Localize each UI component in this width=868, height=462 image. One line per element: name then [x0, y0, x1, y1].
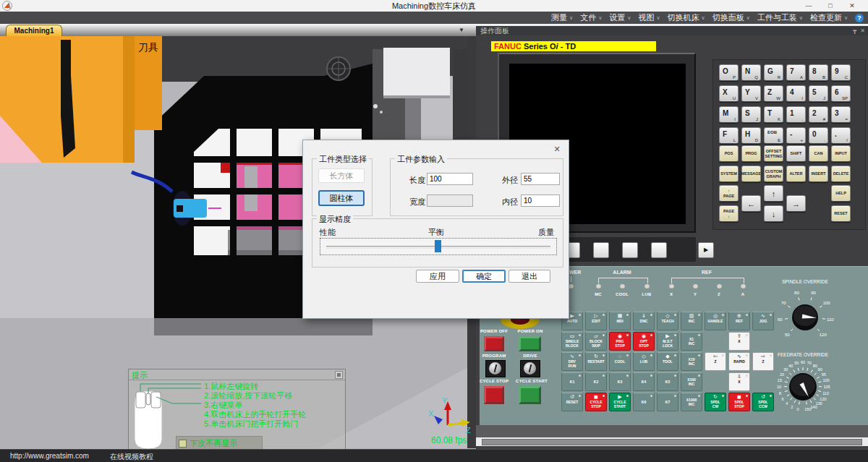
machine-key-opt-stop[interactable]: ◉OPTSTOP	[633, 332, 655, 351]
precision-slider[interactable]	[320, 238, 557, 255]
mdi-key-pos[interactable]: POS	[719, 145, 739, 162]
exit-button[interactable]: 退出	[509, 270, 550, 283]
mdi-key-n[interactable]: NQ	[741, 64, 761, 81]
mdi-key-input[interactable]: INPUT	[831, 145, 851, 162]
mdi-key-7[interactable]: 7A	[786, 64, 806, 81]
machine-key-k1[interactable]: K1	[561, 372, 583, 391]
mdi-key-6[interactable]: 6SP	[831, 85, 851, 102]
mdi-key-5[interactable]: 5J	[809, 85, 828, 102]
machine-key-x10-inc[interactable]: X10INC	[681, 352, 702, 371]
machine-key-teach[interactable]: ◇TEACH	[657, 312, 678, 330]
machine-key-prg-stop[interactable]: ◉PRGSTOP	[609, 332, 631, 351]
cycle-stop-button[interactable]	[484, 386, 504, 404]
mdi-key-3[interactable]: 3=	[831, 106, 851, 123]
mdi-key-f[interactable]: FL	[719, 127, 739, 144]
outer-diameter-input[interactable]	[521, 173, 560, 185]
mdi-key-z[interactable]: ZW	[764, 85, 783, 102]
mdi-key-8[interactable]: 8B	[809, 64, 828, 81]
machine-key-mdi[interactable]: ▦MDI	[609, 312, 631, 330]
machine-key-spdl-stop[interactable]: ◼SPDLSTOP	[728, 393, 750, 411]
menu-item-[interactable]: 检查更新∨	[807, 12, 851, 23]
mdi-key-h[interactable]: HD	[741, 127, 761, 144]
mdi-key-system[interactable]: SYSTEM	[719, 166, 739, 182]
checkbox-icon[interactable]	[179, 440, 187, 448]
machine-key-x1-inc[interactable]: X1INC	[681, 332, 702, 351]
viewport-dropdown-icon[interactable]: ▼	[456, 26, 467, 35]
dialog-close-icon[interactable]: ✕	[549, 143, 565, 155]
mdi-key-cursor-right[interactable]: →	[786, 195, 806, 212]
machine-key-ref[interactable]: ⊕REF	[728, 312, 750, 330]
mdi-key-[interactable]: ./	[831, 127, 851, 144]
machine-key-cycle-start[interactable]: ▶CYCLESTART	[609, 393, 631, 411]
pin-icon[interactable]: ┳	[853, 26, 856, 35]
mdi-key-shift[interactable]: SHIFT	[786, 145, 806, 162]
mdi-key-delete[interactable]: DELETE	[831, 166, 851, 182]
machine-key-rapid[interactable]: ∿RAPID	[728, 352, 750, 371]
machine-key-block-skip[interactable]: ▱BLOCKSKIP	[585, 332, 607, 351]
machine-key-lub[interactable]: ◇LUB	[633, 352, 655, 371]
machine-key-k7[interactable]: K7	[657, 393, 678, 411]
maximize-icon[interactable]: □	[820, 0, 841, 12]
slider-thumb[interactable]	[435, 240, 441, 252]
mdi-key-9[interactable]: 9C	[831, 64, 851, 81]
mdi-key-2[interactable]: 2#	[809, 106, 828, 123]
machine-key-cycle-stop[interactable]: ◼CYCLESTOP	[585, 393, 607, 411]
hscroll-thumb[interactable]	[482, 439, 862, 445]
machine-key-cool[interactable]: ◌COOL	[609, 352, 631, 371]
machine-key-spdl-cw[interactable]: ↻SPDLCW	[705, 393, 726, 411]
box-type-button[interactable]: 长方体	[318, 168, 365, 183]
mdi-key-m[interactable]: MI	[719, 106, 739, 123]
mdi-key-1[interactable]: 1,	[786, 106, 806, 123]
machine-key-dry-run[interactable]: ∿DRYRUN	[561, 352, 583, 371]
mdi-key-eob[interactable]: EOBE	[764, 127, 783, 144]
machine-key-k2[interactable]: K2	[585, 372, 607, 391]
mdi-key-cursor-up[interactable]: ↑	[764, 185, 783, 202]
panel-close-icon[interactable]: ✕	[860, 26, 865, 35]
drive-key-switch[interactable]	[520, 360, 540, 377]
mdi-key-g[interactable]: GR	[764, 64, 783, 81]
machine-key-k4[interactable]: K4	[633, 372, 655, 391]
machine-key-k3[interactable]: K3	[609, 372, 631, 391]
menu-item-[interactable]: 文件∨	[576, 12, 605, 23]
mdi-key-custom-graph[interactable]: CUSTOMGRAPH	[764, 166, 783, 182]
mdi-key-y[interactable]: YV	[741, 85, 761, 102]
mdi-key-[interactable]: -+	[786, 127, 806, 144]
panel-hscrollbar[interactable]	[476, 437, 868, 446]
menu-item-[interactable]: 视图∨	[634, 12, 663, 23]
mdi-key-page-down[interactable]: PAGE↓	[719, 205, 739, 222]
machine-key-edit[interactable]: ▷EDIT	[585, 312, 607, 330]
softkey-button[interactable]	[622, 242, 638, 258]
mdi-key-o[interactable]: OP	[719, 64, 739, 81]
ok-button[interactable]: 确定	[462, 270, 506, 283]
menu-item-[interactable]: 测量∨	[548, 12, 576, 23]
machine-key-tool[interactable]: ◆TOOL	[657, 352, 678, 371]
status-video-link[interactable]: 在线视频教程	[110, 452, 153, 462]
menu-item-[interactable]: 工件与工装∨	[754, 12, 807, 23]
machine-key-handle[interactable]: ◎HANDLE	[705, 312, 726, 330]
mdi-key-prog[interactable]: PROG	[741, 145, 761, 162]
machine-key-inc[interactable]: ▥INC	[681, 312, 702, 330]
machine-key-dnc[interactable]: ⇓DNC	[633, 312, 655, 330]
machine-key-k5[interactable]: K5	[657, 372, 678, 391]
mdi-key-insert[interactable]: INSERT	[809, 166, 828, 182]
machine-key-restart[interactable]: ↻RESTART	[585, 352, 607, 371]
minimize-icon[interactable]: —	[799, 0, 819, 12]
machine-key-x1000-inc[interactable]: X1000INC	[681, 393, 702, 411]
tab-machining1[interactable]: Machining1	[6, 25, 62, 36]
softkey-next-icon[interactable]: ▶	[698, 242, 714, 258]
hint-close-icon[interactable]	[335, 371, 343, 379]
power-off-button[interactable]	[484, 336, 504, 351]
softkey-button[interactable]	[651, 242, 667, 258]
machine-key-x100-inc[interactable]: X100INC	[681, 372, 702, 391]
mdi-key-cursor-down[interactable]: ↓	[764, 205, 783, 222]
close-icon[interactable]: ✕	[842, 0, 862, 12]
machine-key-z[interactable]: ⇦Z	[705, 352, 726, 371]
machine-key-x[interactable]: ⇧X	[728, 332, 750, 351]
mdi-key-0[interactable]: 0.	[809, 127, 828, 144]
mdi-key-offset-setting[interactable]: OFFSETSETTING	[764, 145, 783, 162]
power-on-button[interactable]	[519, 336, 541, 351]
mdi-key-can[interactable]: CAN	[809, 145, 828, 162]
machine-key-k6[interactable]: K6	[633, 393, 655, 411]
menu-item-[interactable]: 切换面板∨	[709, 12, 754, 23]
status-url[interactable]: http://www.greatsim.com	[10, 452, 89, 460]
